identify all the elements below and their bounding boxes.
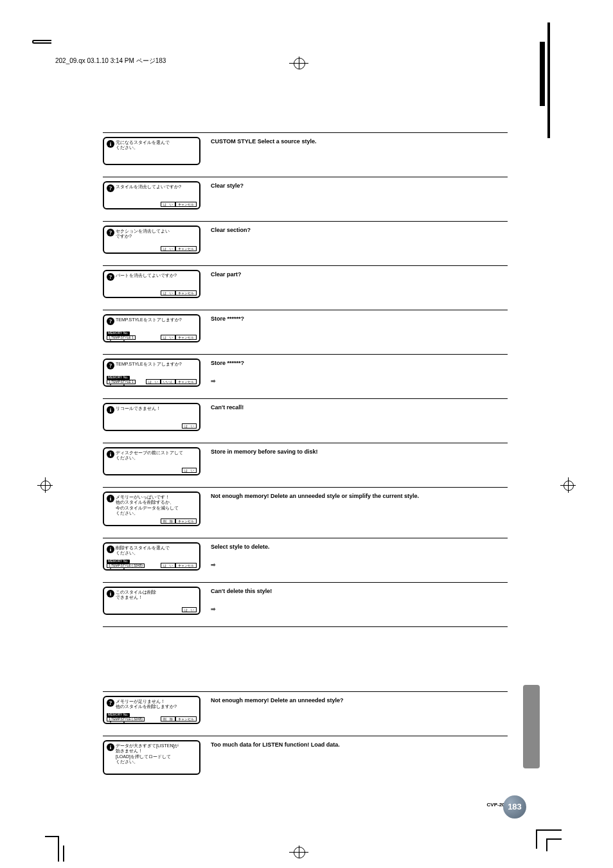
message-row: i元になるスタイルを選んでください。CUSTOM STYLE Select a … <box>103 132 508 177</box>
question-icon: ? <box>107 317 114 325</box>
panel-message-jp: このスタイルは削除できません！ <box>116 590 156 601</box>
message-desc: Not enough memory! Delete an unneeded st… <box>206 492 508 526</box>
yes-button[interactable]: は い <box>161 335 175 341</box>
yes-button[interactable]: は い <box>182 468 197 474</box>
lcd-panel: ?TEMP.STYLEをストアしますか?MEMORY No.1:TEMP.STY… <box>103 359 200 387</box>
panel-message-jp: TEMP.STYLEをストアしますか? <box>116 362 182 367</box>
message-desc: Can't recall! <box>206 403 508 431</box>
lcd-panel: ?スタイルを消去してよいですか?は いキャンセル <box>103 181 200 209</box>
panel-buttons: 削 除キャンセル <box>161 716 197 722</box>
message-row: iメモリーがいっぱいです！他のスタイルを削除するか、今のスタイルデータを減らして… <box>103 487 508 538</box>
panel-message-jp: パートを消去してよいですか? <box>116 273 177 278</box>
yes-button[interactable]: は い <box>182 607 197 613</box>
message-row: iこのスタイルは削除できません！は いCan't delete this sty… <box>103 582 508 626</box>
message-desc: Store ******? <box>206 314 508 342</box>
memory-number: MEMORY No.1:TEMP.STYLE ( 32KB) <box>107 560 145 568</box>
memory-number: MEMORY No.1:TEMP.STYLE ( 32KB) <box>107 713 145 722</box>
yes-button[interactable]: は い <box>146 379 161 385</box>
message-row: iデータが大きすぎて[LISTEN]が効きません！[LOAD]を押してロードして… <box>103 736 508 786</box>
crop-mark-icon <box>289 846 308 858</box>
question-icon: ? <box>107 699 114 707</box>
panel-buttons: は いいいえキャンセル <box>146 379 197 385</box>
lcd-panel: iデータが大きすぎて[LISTEN]が効きません！[LOAD]を押してロードして… <box>103 740 200 775</box>
question-icon: ? <box>107 362 114 369</box>
panel-message-jp: 元になるスタイルを選んでください。 <box>116 140 170 151</box>
message-desc: Not enough memory! Delete an unneeded st… <box>206 696 508 724</box>
message-desc: Can't delete this style!➡ <box>206 587 508 615</box>
panel-message-jp: 削除するスタイルを選んでください。 <box>116 545 170 556</box>
message-desc: Too much data for LISTEN function! Load … <box>206 740 508 775</box>
corner-mark-br <box>536 829 562 855</box>
panel-buttons: は いキャンセル <box>161 202 197 208</box>
crop-mark-icon <box>289 57 308 69</box>
question-icon: ? <box>107 184 114 192</box>
lcd-panel: iこのスタイルは削除できません！は い <box>103 587 200 615</box>
panel-buttons: は い <box>182 423 197 429</box>
lcd-panel: ?TEMP.STYLEをストアしますか?MEMORY No.1:TEMP.STY… <box>103 314 200 342</box>
panel-message-jp: データが大きすぎて[LISTEN]が効きません！[LOAD]を押してロードしてく… <box>116 743 179 765</box>
delete-button[interactable]: 削 除 <box>161 716 175 722</box>
info-icon: i <box>107 406 114 414</box>
panel-buttons: は い <box>182 468 197 474</box>
message-row: ?パートを消去してよいですか?は いキャンセルClear part? <box>103 265 508 310</box>
cancel-button[interactable]: キャンセル <box>175 290 197 296</box>
lcd-panel: i元になるスタイルを選んでください。 <box>103 137 200 165</box>
cancel-button[interactable]: キャンセル <box>175 335 197 341</box>
lcd-panel: ?セクションを消去してよいですか?は いキャンセル <box>103 226 200 254</box>
cancel-button[interactable]: キャンセル <box>175 563 197 569</box>
info-icon: i <box>107 590 114 598</box>
yes-button[interactable]: は い <box>161 202 175 208</box>
section-divider <box>103 626 508 646</box>
info-icon: i <box>107 495 114 502</box>
yes-button[interactable]: は い <box>161 246 175 252</box>
lcd-panel: iディスクセーブの前にストアしてください。は い <box>103 447 200 475</box>
panel-message-jp: スタイルを消去してよいですか? <box>116 184 181 190</box>
info-icon: i <box>107 140 114 148</box>
cancel-button[interactable]: キャンセル <box>175 716 197 722</box>
corner-mark-tr <box>540 42 545 106</box>
cancel-button[interactable]: キャンセル <box>175 379 197 385</box>
memory-number: MEMORY No.1:TEMP.STYLE 1 <box>107 376 136 384</box>
side-tab <box>523 685 540 768</box>
panel-message-jp: ディスクセーブの前にストアしてください。 <box>116 450 183 461</box>
yes-button[interactable]: は い <box>182 423 197 429</box>
cancel-button[interactable]: キャンセル <box>175 202 197 208</box>
no-button[interactable]: いいえ <box>161 379 175 385</box>
panel-message-jp: メモリーが足りません！他のスタイルを削除しますか? <box>116 699 177 710</box>
info-icon: i <box>107 743 114 751</box>
yes-button[interactable]: は い <box>161 290 175 296</box>
memory-number: MEMORY No.1:TEMP.STYLE 1 <box>107 332 136 340</box>
message-desc: Store ******?➡ <box>206 359 508 387</box>
panel-buttons: は いキャンセル <box>161 246 197 252</box>
message-table-2: ?メモリーが足りません！他のスタイルを削除しますか?MEMORY No.1:TE… <box>103 691 508 786</box>
cancel-button[interactable]: キャンセル <box>175 246 197 252</box>
cancel-button[interactable]: キャンセル <box>175 518 197 524</box>
message-table-1: i元になるスタイルを選んでください。CUSTOM STYLE Select a … <box>103 132 508 646</box>
panel-message-jp: リコールできません！ <box>116 406 161 411</box>
yes-button[interactable]: は い <box>161 563 175 569</box>
message-row: ?セクションを消去してよいですか?は いキャンセルClear section? <box>103 221 508 265</box>
panel-buttons: は い <box>182 607 197 613</box>
footer-model: CVP-202 <box>103 802 508 808</box>
panel-buttons: は いキャンセル <box>161 563 197 569</box>
question-icon: ? <box>107 273 114 281</box>
question-icon: ? <box>107 229 114 236</box>
message-desc: Select style to delete.➡ <box>206 542 508 571</box>
message-row: ?TEMP.STYLEをストアしますか?MEMORY No.1:TEMP.STY… <box>103 354 508 398</box>
delete-button[interactable]: 削 除 <box>161 518 175 524</box>
message-desc: Clear section? <box>206 226 508 254</box>
message-desc: CUSTOM STYLE Select a source style. <box>206 137 508 165</box>
page-number-badge: 183 <box>503 795 526 819</box>
panel-buttons: は いキャンセル <box>161 290 197 296</box>
panel-buttons: は いキャンセル <box>161 335 197 341</box>
lcd-panel: ?メモリーが足りません！他のスタイルを削除しますか?MEMORY No.1:TE… <box>103 696 200 724</box>
message-row: ?TEMP.STYLEをストアしますか?MEMORY No.1:TEMP.STY… <box>103 310 508 354</box>
message-row: iディスクセーブの前にストアしてください。は いStore in memory … <box>103 443 508 487</box>
panel-message-jp: セクションを消去してよいですか? <box>116 229 170 240</box>
crop-mark-icon <box>560 477 576 493</box>
message-row: iリコールできません！は いCan't recall! <box>103 398 508 443</box>
panel-message-jp: TEMP.STYLEをストアしますか? <box>116 317 182 323</box>
panel-message-jp: メモリーがいっぱいです！他のスタイルを削除するか、今のスタイルデータを減らしてく… <box>116 495 179 517</box>
message-row: ?メモリーが足りません！他のスタイルを削除しますか?MEMORY No.1:TE… <box>103 691 508 736</box>
arrow-icon: ➡ <box>211 606 508 612</box>
